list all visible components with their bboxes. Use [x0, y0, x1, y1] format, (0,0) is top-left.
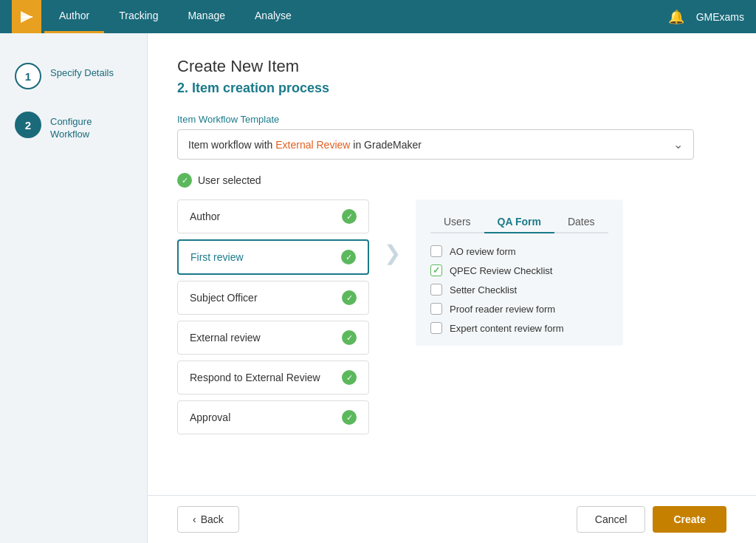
top-navigation: Author Tracking Manage Analyse 🔔 GMExams [0, 0, 756, 33]
back-chevron-icon: ‹ [193, 513, 196, 525]
step-1-circle: 1 [15, 63, 41, 89]
workflow-step-subject-officer[interactable]: Subject Officer ✓ [177, 281, 369, 315]
tab-users[interactable]: Users [430, 211, 484, 233]
sidebar: 1 Specify Details 2 Configure Workflow [0, 33, 148, 543]
workflow-step-first-review-check-icon: ✓ [341, 250, 356, 264]
bottom-bar: ‹ Back Cancel Create [148, 495, 756, 543]
chevron-down-icon: ⌄ [673, 137, 683, 151]
back-button[interactable]: ‹ Back [177, 506, 239, 533]
qa-option-expert-content[interactable]: Expert content review form [430, 322, 608, 334]
page-title: Create New Item [177, 57, 726, 76]
qa-option-ao-review[interactable]: AO review form [430, 245, 608, 257]
qa-tabs: Users QA Form Dates [430, 211, 608, 233]
workflow-steps-list: Author ✓ First review ✓ Subject Officer … [177, 199, 369, 434]
workflow-step-approval-check-icon: ✓ [342, 410, 357, 425]
qa-panel: Users QA Form Dates AO review form QPEC … [416, 199, 623, 346]
template-label: Item Workflow Template [177, 114, 726, 125]
main-layout: 1 Specify Details 2 Configure Workflow C… [0, 33, 756, 543]
qa-checkbox-proof-reader[interactable] [430, 303, 442, 315]
nav-author[interactable]: Author [44, 0, 104, 33]
template-select-dropdown[interactable]: Item workflow with External Review in Gr… [177, 129, 694, 160]
step-2-circle: 2 [15, 112, 41, 138]
sidebar-step-1[interactable]: 1 Specify Details [15, 63, 132, 89]
tab-dates[interactable]: Dates [554, 211, 608, 233]
workflow-area: Author ✓ First review ✓ Subject Officer … [177, 199, 726, 434]
user-account[interactable]: GMExams [696, 11, 744, 23]
main-content: Create New Item 2. Item creation process… [148, 33, 756, 543]
nav-analyse[interactable]: Analyse [240, 0, 306, 33]
workflow-step-approval-label: Approval [190, 411, 342, 423]
qa-option-ao-review-label: AO review form [450, 246, 516, 257]
qa-checkbox-ao-review[interactable] [430, 245, 442, 257]
qa-option-qpec[interactable]: QPEC Review Checklist [430, 264, 608, 276]
user-selected-status: ✓ User selected [177, 173, 726, 188]
user-selected-label: User selected [198, 174, 261, 186]
workflow-step-first-review[interactable]: First review ✓ [177, 239, 369, 275]
workflow-step-respond-external-label: Respond to External Review [190, 372, 342, 383]
nav-manage[interactable]: Manage [173, 0, 240, 33]
qa-option-proof-reader-label: Proof reader review form [450, 304, 555, 315]
workflow-step-subject-officer-label: Subject Officer [190, 292, 342, 304]
sidebar-step-2-label: Configure Workflow [50, 112, 132, 141]
sidebar-step-2[interactable]: 2 Configure Workflow [15, 112, 132, 141]
workflow-step-external-review[interactable]: External review ✓ [177, 321, 369, 355]
workflow-step-external-review-label: External review [190, 332, 342, 344]
qa-options-list: AO review form QPEC Review Checklist Set… [430, 245, 608, 334]
workflow-step-external-review-check-icon: ✓ [342, 330, 357, 345]
cancel-button[interactable]: Cancel [577, 506, 646, 533]
section-title: 2. Item creation process [177, 81, 726, 96]
workflow-step-subject-officer-check-icon: ✓ [342, 290, 357, 305]
qa-option-expert-content-label: Expert content review form [450, 323, 564, 334]
workflow-step-approval[interactable]: Approval ✓ [177, 400, 369, 434]
step-arrow-connector: ❯ [384, 241, 401, 265]
sidebar-step-1-label: Specify Details [50, 63, 114, 80]
workflow-step-respond-external[interactable]: Respond to External Review ✓ [177, 361, 369, 395]
workflow-step-first-review-label: First review [190, 251, 341, 263]
qa-option-qpec-label: QPEC Review Checklist [450, 265, 552, 276]
workflow-step-respond-external-check-icon: ✓ [342, 370, 357, 385]
notification-bell-icon[interactable]: 🔔 [668, 9, 684, 25]
workflow-step-author[interactable]: Author ✓ [177, 199, 369, 233]
logo [12, 0, 41, 33]
user-selected-check-icon: ✓ [177, 173, 192, 188]
qa-option-setter-checklist-label: Setter Checklist [450, 284, 517, 296]
template-select-text: Item workflow with External Review in Gr… [188, 139, 673, 151]
workflow-step-author-check-icon: ✓ [342, 209, 357, 224]
qa-option-proof-reader[interactable]: Proof reader review form [430, 303, 608, 315]
qa-checkbox-setter-checklist[interactable] [430, 284, 442, 296]
create-button[interactable]: Create [653, 506, 726, 533]
qa-option-setter-checklist[interactable]: Setter Checklist [430, 284, 608, 296]
qa-checkbox-expert-content[interactable] [430, 322, 442, 334]
action-buttons: Cancel Create [577, 506, 726, 533]
workflow-step-author-label: Author [190, 211, 342, 222]
qa-checkbox-qpec[interactable] [430, 264, 442, 276]
tab-qa-form[interactable]: QA Form [484, 211, 554, 233]
nav-tracking[interactable]: Tracking [104, 0, 173, 33]
